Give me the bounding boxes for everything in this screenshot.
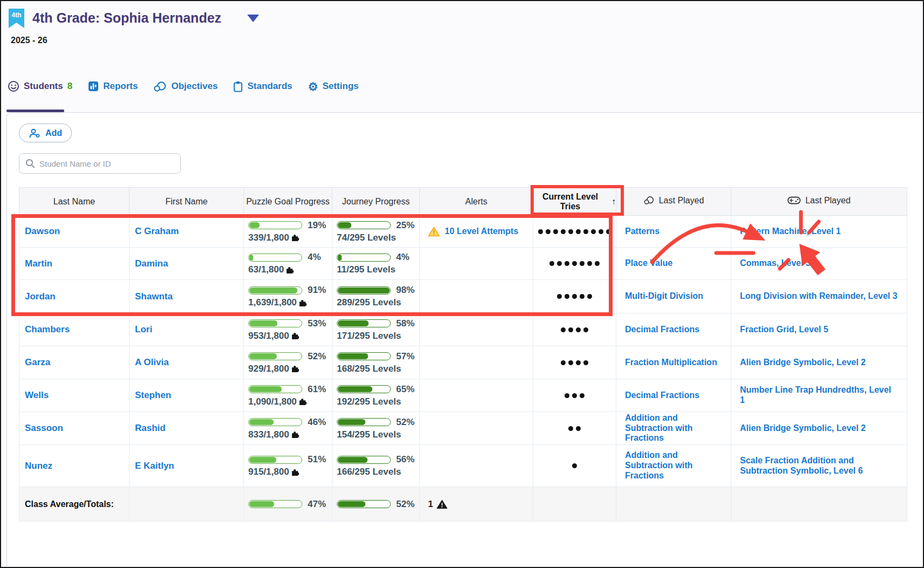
alert-link[interactable]: 10 Level Attempts	[445, 227, 518, 236]
totals-label: Class Average/Totals:	[19, 499, 129, 509]
student-last-name-link[interactable]: Dawson	[19, 226, 60, 237]
add-student-button[interactable]: Add	[19, 124, 72, 142]
puzzle-progress-bar	[248, 221, 302, 229]
column-header-first-name[interactable]: First Name	[130, 188, 244, 216]
clipboard-icon	[233, 81, 243, 92]
progress-fraction: 171/295 Levels	[332, 331, 419, 341]
progress-percent: 61%	[308, 384, 326, 395]
tab-label: Standards	[247, 81, 292, 92]
puzzle-piece-icon	[298, 299, 307, 307]
student-row: ChambersLori53%953/1,80058%171/295 Level…	[19, 313, 907, 346]
student-last-name-link[interactable]: Jordan	[19, 291, 56, 302]
last-played-objective-link[interactable]: Addition and Subtraction with Fractions	[616, 450, 731, 481]
progress-percent: 91%	[308, 285, 326, 296]
level-tries-dots	[533, 463, 616, 468]
column-header-journey-progress[interactable]: Journey Progress	[332, 188, 420, 216]
puzzle-progress-bar	[248, 254, 302, 262]
progress-percent: 52%	[308, 351, 326, 362]
progress-percent: 47%	[308, 499, 326, 510]
student-first-name-link[interactable]: C Graham	[130, 226, 179, 237]
student-last-name-link[interactable]: Garza	[19, 357, 50, 368]
last-played-objective-link[interactable]: Addition and Subtraction with Fractions	[616, 413, 731, 444]
objectives-icon	[153, 81, 167, 92]
student-first-name-link[interactable]: Lori	[130, 324, 152, 335]
last-played-level-link[interactable]: Number Line Trap Hundredths, Level 1	[731, 385, 907, 406]
last-played-level-link[interactable]: Alien Bridge Symbolic, Level 2	[731, 358, 907, 368]
tab-settings[interactable]: ⚙ Settings	[308, 81, 359, 92]
journey-progress-bar	[337, 456, 391, 464]
student-first-name-link[interactable]: A Olivia	[130, 357, 169, 368]
warning-icon-black	[437, 499, 447, 509]
search-input[interactable]	[39, 159, 174, 168]
student-first-name-link[interactable]: Stephen	[130, 390, 171, 401]
last-played-level-link[interactable]: Fraction Grid, Level 5	[731, 325, 907, 335]
last-played-objective-link[interactable]: Fraction Multiplication	[616, 358, 731, 368]
tab-label: Settings	[322, 81, 358, 92]
student-first-name-link[interactable]: E Kaitlyn	[130, 461, 174, 471]
student-search	[19, 153, 181, 174]
puzzle-piece-icon	[291, 468, 299, 476]
column-header-last-played-game[interactable]: Last Played	[731, 188, 907, 216]
progress-fraction: 289/295 Levels	[332, 297, 419, 308]
level-tries-dots	[533, 426, 616, 431]
progress-fraction: 833/1,800	[244, 429, 332, 440]
level-tries-dots	[533, 393, 616, 398]
puzzle-piece-icon	[291, 332, 299, 340]
tab-label: Students	[24, 81, 63, 92]
progress-fraction: 1,639/1,800	[244, 297, 332, 308]
progress-percent: 65%	[396, 384, 415, 395]
student-last-name-link[interactable]: Martin	[19, 258, 52, 269]
student-first-name-link[interactable]: Damina	[130, 258, 168, 269]
tab-students[interactable]: Students 8	[8, 80, 72, 92]
progress-percent: 57%	[396, 351, 415, 362]
last-played-objective-link[interactable]: Place Value	[616, 258, 731, 269]
last-played-objective-link[interactable]: Multi-Digit Division	[616, 291, 731, 302]
tab-label: Objectives	[171, 81, 218, 92]
column-header-alerts[interactable]: Alerts	[420, 188, 533, 216]
student-row: JordanShawnta91%1,639/1,80098%289/295 Le…	[19, 280, 907, 313]
puzzle-piece-icon	[291, 365, 299, 373]
column-header-puzzle-goal-progress[interactable]: Puzzle Goal Progress	[244, 188, 332, 216]
tab-objectives[interactable]: Objectives	[153, 81, 218, 92]
progress-percent: 58%	[396, 318, 415, 329]
last-played-level-link[interactable]: Long Division with Remainder, Level 3	[731, 291, 907, 302]
progress-percent: 4%	[396, 252, 410, 263]
last-played-objective-link[interactable]: Decimal Fractions	[616, 325, 731, 335]
progress-fraction: 63/1,800	[244, 264, 332, 275]
progress-fraction: 339/1,800	[244, 232, 332, 243]
progress-percent: 52%	[396, 417, 415, 428]
student-first-name-link[interactable]: Shawnta	[130, 291, 173, 302]
warning-icon	[428, 227, 440, 237]
level-tries-dots	[533, 360, 616, 365]
student-first-name-link[interactable]: Rashid	[130, 423, 166, 434]
journey-progress-bar	[337, 254, 391, 262]
column-header-last-name[interactable]: Last Name	[19, 188, 130, 216]
gear-icon: ⚙	[308, 81, 318, 92]
last-played-level-link[interactable]: Scale Fraction Addition and Subtraction …	[731, 456, 907, 476]
level-tries-dots	[533, 327, 616, 332]
last-played-objective-link[interactable]: Decimal Fractions	[616, 391, 731, 401]
progress-fraction: 168/295 Levels	[332, 364, 419, 374]
students-count-badge: 8	[67, 81, 72, 92]
student-last-name-link[interactable]: Wells	[19, 390, 49, 401]
progress-percent: 51%	[308, 454, 326, 465]
student-last-name-link[interactable]: Sassoon	[19, 423, 63, 434]
column-header-last-played-objective[interactable]: Last Played	[616, 188, 731, 216]
last-played-level-link[interactable]: Commas, Level 3	[731, 258, 907, 269]
student-last-name-link[interactable]: Nunez	[19, 461, 52, 471]
journey-progress-bar	[337, 352, 391, 360]
progress-fraction: 166/295 Levels	[332, 467, 419, 477]
tab-reports[interactable]: Reports	[88, 81, 138, 92]
last-played-level-link[interactable]: Alien Bridge Symbolic, Level 2	[731, 423, 907, 434]
last-played-level-link[interactable]: Pattern Machine, Level 1	[731, 227, 907, 237]
student-last-name-link[interactable]: Chambers	[19, 324, 70, 335]
objectives-icon	[643, 196, 655, 205]
class-dropdown-caret-icon[interactable]	[247, 15, 259, 22]
tab-standards[interactable]: Standards	[233, 81, 292, 92]
journey-progress-bar	[337, 418, 391, 426]
last-played-objective-link[interactable]: Patterns	[616, 227, 731, 237]
totals-journey-progress-bar	[337, 500, 391, 508]
column-header-current-level-tries[interactable]: Current Level Tries↑	[533, 188, 616, 216]
puzzle-piece-icon	[291, 234, 299, 242]
add-person-icon	[29, 128, 41, 139]
